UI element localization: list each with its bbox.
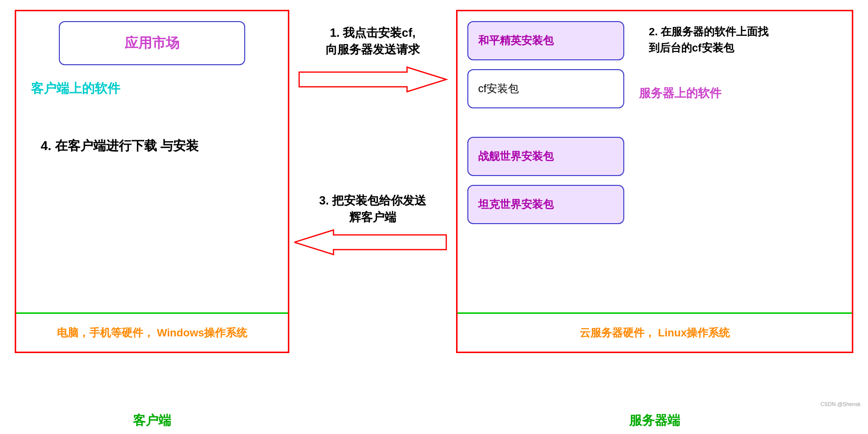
package-label-1: 和平精英安装包 [478, 33, 554, 48]
middle-area: 1. 我点击安装cf, 向服务器发送请求 3. 把安装包给你发送 辉客户端 [289, 10, 456, 353]
server-hardware-label: 云服务器硬件， Linux操作系统 [580, 326, 730, 340]
step1-text: 1. 我点击安装cf, 向服务器发送请求 [326, 25, 420, 57]
packages-column: 和平精英安装包 cf安装包 战舰世界安装包 坦克世界安装包 [467, 21, 624, 312]
middle-label-bottom [289, 412, 456, 429]
package-box-3: 战舰世界安装包 [467, 137, 624, 176]
app-market-label: 应用市场 [125, 34, 179, 52]
server-box-inner: 和平精英安装包 cf安装包 战舰世界安装包 坦克世界安装包 [458, 11, 852, 312]
server-content-area: 和平精英安装包 cf安装包 战舰世界安装包 坦克世界安装包 [467, 21, 842, 312]
bottom-labels: 客户端 服务器端 [15, 412, 853, 429]
client-box-inner: 应用市场 客户端上的软件 4. 在客户端进行下载 与安装 [16, 11, 288, 312]
step2-text: 2. 在服务器的软件上面找 到后台的cf安装包 [649, 24, 768, 56]
server-box: 和平精英安装包 cf安装包 战舰世界安装包 坦克世界安装包 [456, 10, 853, 353]
client-step4: 4. 在客户端进行下载 与安装 [41, 136, 278, 155]
step3-text: 3. 把安装包给你发送 辉客户端 [319, 192, 427, 225]
step2-area: 2. 在服务器的软件上面找 到后台的cf安装包 服务器上的软件 [624, 21, 768, 312]
package-box-2: cf安装包 [467, 69, 624, 108]
app-market-box: 应用市场 [59, 21, 245, 65]
watermark: CSDN @Shensk [820, 401, 861, 407]
diagram-area: 应用市场 客户端上的软件 4. 在客户端进行下载 与安装 电脑，手机等硬件， W… [15, 10, 853, 407]
package-box-1: 和平精英安装包 [467, 21, 624, 60]
package-label-4: 坦克世界安装包 [478, 197, 554, 212]
client-software-label: 客户端上的软件 [31, 80, 278, 97]
package-box-4: 坦克世界安装包 [467, 185, 624, 224]
svg-marker-2 [294, 230, 446, 255]
package-label-2: cf安装包 [478, 81, 519, 96]
svg-marker-1 [299, 67, 446, 92]
client-bottom-bar: 电脑，手机等硬件， Windows操作系统 [16, 312, 288, 352]
client-box: 应用市场 客户端上的软件 4. 在客户端进行下载 与安装 电脑，手机等硬件， W… [15, 10, 289, 353]
client-label-bottom: 客户端 [15, 412, 289, 429]
package-label-3: 战舰世界安装包 [478, 149, 554, 164]
server-label-bottom: 服务器端 [456, 412, 853, 429]
arrow-left-svg [294, 228, 451, 257]
client-hardware-label: 电脑，手机等硬件， Windows操作系统 [57, 326, 247, 340]
server-bottom-bar: 云服务器硬件， Linux操作系统 [458, 312, 852, 352]
main-container: 应用市场 客户端上的软件 4. 在客户端进行下载 与安装 电脑，手机等硬件， W… [0, 0, 868, 434]
server-software-label: 服务器上的软件 [639, 85, 768, 101]
arrow-right-svg [294, 65, 451, 94]
